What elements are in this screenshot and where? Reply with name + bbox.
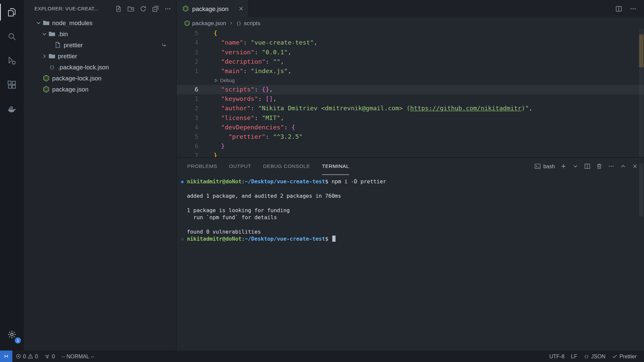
explorer-header: EXPLORER: VUE-CREAT... bbox=[24, 0, 176, 17]
tree-item-package.json[interactable]: package.json bbox=[24, 84, 176, 95]
terminal-profile-dropdown[interactable] bbox=[572, 163, 579, 170]
code-line[interactable]: 3 "license": "MIT", bbox=[177, 113, 644, 123]
panel-tab-output[interactable]: OUTPUT bbox=[229, 158, 251, 175]
json-icon: {} bbox=[48, 64, 55, 71]
tree-item-.bin[interactable]: .bin bbox=[24, 28, 176, 39]
new-terminal-button[interactable] bbox=[560, 163, 567, 170]
terminal-line: found 0 vulnerabilities bbox=[177, 228, 644, 235]
editor[interactable]: 5{4 "name": "vue-create-test",3 "version… bbox=[177, 29, 644, 157]
kill-terminal-button[interactable] bbox=[596, 163, 603, 170]
line-number: 6 bbox=[177, 85, 199, 94]
eol-status[interactable]: LF bbox=[568, 351, 581, 362]
tree-item-label: node_modules bbox=[52, 19, 93, 26]
line-number: 3 bbox=[177, 48, 199, 57]
extensions-icon bbox=[7, 80, 17, 89]
code-line[interactable]: 5{ bbox=[177, 29, 644, 38]
vscode-window: 1 EXPLORER: VUE-CREAT... node_modules.bi… bbox=[0, 0, 644, 362]
views-more-button[interactable] bbox=[164, 5, 171, 12]
activity-bar: 1 bbox=[0, 0, 24, 351]
svg-text:{}: {} bbox=[585, 354, 589, 359]
tab-package.json[interactable]: package.json bbox=[177, 0, 249, 17]
code-text: { bbox=[198, 29, 217, 38]
code-line[interactable]: 5 "prettier": "^3.2.5" bbox=[177, 132, 644, 141]
formatter-status[interactable]: Prettier bbox=[609, 351, 640, 362]
activity-top bbox=[0, 0, 24, 121]
settings-gear-button[interactable]: 1 bbox=[0, 322, 24, 346]
code-line[interactable]: 6 } bbox=[177, 141, 644, 151]
remote-indicator[interactable] bbox=[0, 351, 12, 362]
panel-tab-problems[interactable]: PROBLEMS bbox=[187, 158, 217, 175]
terminal[interactable]: ●nikitadmitr@doNot:~/Desktop/vue-create-… bbox=[177, 175, 644, 351]
code-line[interactable]: 2 "author": "Nikita Dmitriev <dmitrevnik… bbox=[177, 104, 644, 113]
panel-tabs: PROBLEMSOUTPUTDEBUG CONSOLETERMINAL bbox=[187, 158, 349, 175]
breadcrumb-item-scripts[interactable]: {}scripts bbox=[235, 20, 260, 26]
new-file-button[interactable] bbox=[115, 5, 122, 12]
code-text: "devDependencies": { bbox=[198, 123, 295, 132]
maximize-panel-button[interactable] bbox=[620, 163, 627, 170]
close-icon bbox=[632, 163, 638, 170]
tree-item-package-lock.json[interactable]: package-lock.json bbox=[24, 73, 176, 84]
status-left: 000-- NORMAL -- bbox=[0, 351, 98, 362]
panel-actions: bash bbox=[534, 163, 638, 170]
terminal-line: added 1 package, and audited 2 packages … bbox=[177, 192, 644, 199]
tree-item-.package-lock.json[interactable]: {}.package-lock.json bbox=[24, 62, 176, 73]
editor-actions bbox=[608, 0, 644, 17]
shell-selector[interactable]: bash bbox=[534, 163, 555, 170]
refresh-explorer-button[interactable] bbox=[140, 5, 147, 12]
radio-tower-icon bbox=[45, 353, 50, 359]
collapse-all-icon bbox=[152, 5, 159, 12]
split-terminal-button[interactable] bbox=[584, 163, 591, 170]
codelens-debug[interactable]: Debug bbox=[177, 76, 644, 85]
problems-status[interactable]: 00 bbox=[12, 351, 41, 362]
terminal-more-button[interactable] bbox=[608, 163, 614, 170]
error-count: 0 bbox=[23, 353, 26, 359]
trash-icon bbox=[596, 163, 603, 170]
vim-mode-label: -- NORMAL -- bbox=[61, 353, 94, 359]
explorer-title: EXPLORER: VUE-CREAT... bbox=[35, 6, 115, 11]
tree-item-node_modules[interactable]: node_modules bbox=[24, 17, 176, 28]
code-line[interactable]: 6 "scripts": {}, bbox=[177, 85, 644, 94]
collapse-folders-button[interactable] bbox=[152, 5, 159, 12]
ports-status[interactable]: 0 bbox=[41, 351, 58, 362]
vim-mode-status: -- NORMAL -- bbox=[58, 351, 98, 362]
panel-tab-terminal[interactable]: TERMINAL bbox=[322, 158, 349, 175]
line-number: 1 bbox=[177, 95, 199, 104]
more-icon bbox=[164, 5, 171, 12]
terminal-scrollbar[interactable] bbox=[639, 163, 643, 217]
new-folder-button[interactable] bbox=[127, 5, 135, 12]
code-line[interactable]: 7} bbox=[177, 151, 644, 157]
language-status[interactable]: {}JSON bbox=[581, 351, 609, 362]
code-line[interactable]: 4 "name": "vue-create-test", bbox=[177, 38, 644, 48]
files-icon bbox=[7, 7, 17, 17]
code-line[interactable]: 2 "decription": "", bbox=[177, 57, 644, 66]
code-text: "author": "Nikita Dmitriev <dmitrevnik@g… bbox=[198, 104, 532, 113]
breadcrumb-item-package.json[interactable]: package.json bbox=[184, 20, 226, 26]
code-line[interactable]: 3 "version": "0.0.1", bbox=[177, 48, 644, 57]
docker-icon bbox=[7, 104, 17, 114]
activity-item-explorer[interactable] bbox=[0, 0, 24, 24]
panel-tab-debug-console[interactable]: DEBUG CONSOLE bbox=[263, 158, 310, 175]
code-line[interactable]: 1 "keywords": [], bbox=[177, 95, 644, 104]
status-right: UTF-8LF{}JSONPrettier bbox=[546, 351, 644, 362]
activity-item-extensions[interactable] bbox=[0, 73, 24, 97]
tab-close-icon[interactable] bbox=[238, 5, 245, 12]
eol-label: LF bbox=[571, 353, 577, 359]
explorer-sidebar: EXPLORER: VUE-CREAT... node_modules.binp… bbox=[24, 0, 177, 351]
breadcrumb-label: package.json bbox=[192, 20, 226, 26]
activity-item-search[interactable] bbox=[0, 24, 24, 48]
activity-item-docker[interactable] bbox=[0, 97, 24, 121]
code-line[interactable]: 4 "devDependencies": { bbox=[177, 123, 644, 132]
code-line[interactable]: 1 "main": "index.js", bbox=[177, 66, 644, 76]
play-small-icon bbox=[214, 78, 219, 83]
split-editor-button[interactable] bbox=[615, 5, 622, 12]
tree-item-prettier[interactable]: prettier bbox=[24, 51, 176, 62]
code-text: "license": "MIT", bbox=[198, 113, 284, 123]
editor-more-button[interactable] bbox=[630, 5, 637, 12]
breadcrumb-label: scripts bbox=[244, 20, 261, 26]
encoding-status[interactable]: UTF-8 bbox=[546, 351, 568, 362]
line-number: 4 bbox=[177, 38, 199, 48]
chevron-right-icon bbox=[41, 53, 48, 59]
tree-item-prettier[interactable]: prettier bbox=[24, 40, 176, 51]
close-panel-button[interactable] bbox=[632, 163, 638, 170]
activity-item-run-debug[interactable] bbox=[0, 48, 24, 72]
